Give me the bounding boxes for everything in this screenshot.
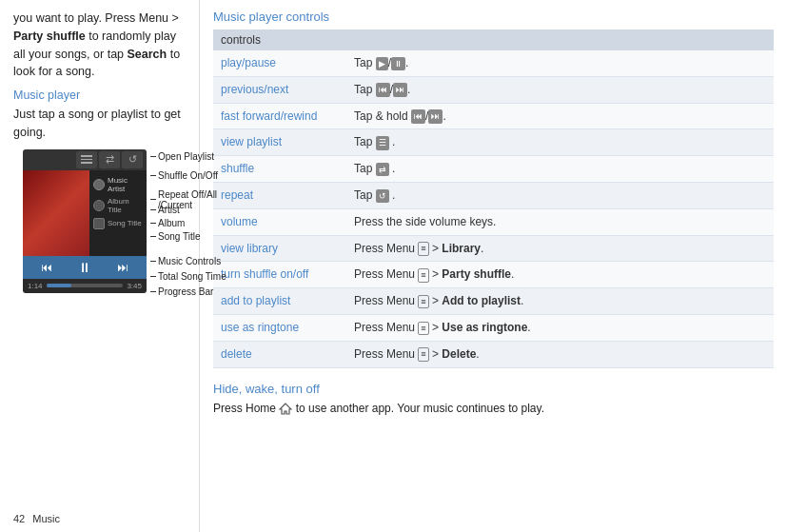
menu-icon-row12: ≡ bbox=[418, 347, 428, 362]
time-start: 1:14 bbox=[28, 282, 43, 290]
label-music-controls: Music Controls bbox=[150, 256, 221, 266]
table-row: view library Press Menu ≡ > Library. bbox=[213, 235, 774, 262]
action-label: previous/next bbox=[213, 76, 346, 103]
rewind-btn[interactable]: ⏮ bbox=[41, 261, 52, 274]
page-number: 42 bbox=[13, 513, 25, 524]
action-label: add to playlist bbox=[213, 288, 346, 315]
action-desc: Press the side volume keys. bbox=[346, 208, 774, 235]
action-label: view playlist bbox=[213, 129, 346, 156]
left-column: you want to play. Press Menu > Party shu… bbox=[0, 0, 200, 532]
progress-track bbox=[47, 284, 124, 287]
action-desc: Press Menu ≡ > Delete. bbox=[346, 341, 774, 367]
label-shuffle: Shuffle On/Off bbox=[150, 170, 218, 181]
label-artist: Artist bbox=[150, 205, 180, 215]
party-shuffle-bold: Party shuffle bbox=[13, 30, 86, 43]
intro-text: you want to play. Press Menu > Party shu… bbox=[13, 10, 186, 81]
action-desc: Press Menu ≡ > Party shuffle. bbox=[346, 262, 774, 288]
svg-marker-0 bbox=[280, 404, 291, 414]
label-open-playlist: Open Playlist bbox=[150, 151, 214, 162]
label-total-time: Total Song Time bbox=[150, 271, 226, 282]
table-row: play/pause Tap ▶/⏸. bbox=[213, 50, 774, 76]
action-desc: Tap & hold ⏮/⏭. bbox=[346, 103, 774, 129]
search-bold: Search bbox=[128, 48, 167, 61]
table-row: shuffle Tap ⇄ . bbox=[213, 156, 774, 183]
shuffle-table-icon: ⇄ bbox=[376, 163, 389, 177]
action-label: use as ringtone bbox=[213, 314, 346, 341]
repeat-icon[interactable]: ↺ bbox=[122, 151, 143, 168]
action-label: repeat bbox=[213, 182, 346, 208]
table-row: previous/next Tap ⏮/⏭. bbox=[213, 76, 774, 103]
prev-icon: ⏮ bbox=[376, 83, 390, 97]
controls-table: controls play/pause Tap ▶/⏸. previous/ne… bbox=[213, 30, 774, 368]
action-desc: Tap ☰ . bbox=[346, 129, 774, 156]
table-row: view playlist Tap ☰ . bbox=[213, 129, 774, 156]
artist-icon bbox=[93, 179, 105, 190]
table-row: use as ringtone Press Menu ≡ > Use as ri… bbox=[213, 314, 774, 341]
table-row: add to playlist Press Menu ≡ > Add to pl… bbox=[213, 288, 774, 315]
time-end: 3:45 bbox=[127, 282, 142, 290]
home-icon bbox=[279, 403, 292, 415]
pause-btn[interactable]: ⏸ bbox=[78, 260, 91, 275]
progress-area: 1:14 3:45 bbox=[23, 279, 147, 293]
action-label: view library bbox=[213, 235, 346, 262]
menu-icon-row9: ≡ bbox=[418, 268, 428, 283]
label-album: Album bbox=[150, 218, 185, 228]
action-desc: Tap ⏮/⏭. bbox=[346, 76, 774, 103]
table-row: turn shuffle on/off Press Menu ≡ > Party… bbox=[213, 262, 774, 288]
repeat-table-icon: ↺ bbox=[376, 189, 389, 204]
forward-btn[interactable]: ⏭ bbox=[117, 261, 128, 274]
artist-row: Music Artist bbox=[93, 176, 143, 193]
label-progress-bar: Progress Bar bbox=[150, 286, 213, 297]
hide-wake-text: Press Home to use another app. Your musi… bbox=[213, 400, 774, 417]
action-label: shuffle bbox=[213, 156, 346, 183]
action-label: fast forward/rewind bbox=[213, 103, 346, 129]
menu-icon-row10: ≡ bbox=[418, 295, 428, 309]
playlist-icon: ☰ bbox=[376, 136, 389, 150]
player-diagram: ⇄ ↺ Music Artist bbox=[23, 149, 204, 293]
album-row: Album Title bbox=[93, 197, 143, 214]
page-footer: 42 Music bbox=[13, 513, 60, 524]
music-controls-bar[interactable]: ⏮ ⏸ ⏭ bbox=[23, 256, 147, 279]
artist-label: Music Artist bbox=[108, 176, 143, 193]
music-player-heading: Music player bbox=[13, 89, 186, 102]
action-desc: Press Menu ≡ > Add to playlist. bbox=[346, 288, 774, 315]
play-icon: ▶ bbox=[376, 57, 388, 71]
progress-fill bbox=[47, 284, 72, 287]
pause-icon: ⏸ bbox=[391, 57, 405, 71]
action-label: play/pause bbox=[213, 50, 346, 76]
action-label: volume bbox=[213, 208, 346, 235]
action-desc: Press Menu ≡ > Use as ringtone. bbox=[346, 314, 774, 341]
table-row: volume Press the side volume keys. bbox=[213, 208, 774, 235]
open-playlist-icon[interactable] bbox=[76, 151, 97, 168]
album-art bbox=[23, 170, 89, 256]
next-icon: ⏭ bbox=[393, 83, 407, 97]
action-desc: Tap ↺ . bbox=[346, 182, 774, 208]
action-desc: Tap ⇄ . bbox=[346, 156, 774, 183]
right-column: Music player controls controls play/paus… bbox=[200, 0, 787, 532]
action-label: turn shuffle on/off bbox=[213, 262, 346, 288]
table-row: repeat Tap ↺ . bbox=[213, 182, 774, 208]
menu-icon-row11: ≡ bbox=[418, 322, 428, 336]
ff-next-icon: ⏭ bbox=[428, 109, 443, 124]
album-icon bbox=[93, 200, 105, 211]
action-label: delete bbox=[213, 341, 346, 367]
page-label: Music bbox=[32, 513, 60, 524]
table-row: fast forward/rewind Tap & hold ⏮/⏭. bbox=[213, 103, 774, 129]
shuffle-icon[interactable]: ⇄ bbox=[99, 151, 120, 168]
section-title: Music player controls bbox=[213, 10, 774, 24]
table-row: delete Press Menu ≡ > Delete. bbox=[213, 341, 774, 367]
music-player-desc: Just tap a song or playlist to get going… bbox=[13, 106, 186, 142]
song-label: Song Title bbox=[108, 219, 142, 227]
table-header: controls bbox=[213, 30, 774, 50]
action-desc: Press Menu ≡ > Library. bbox=[346, 235, 774, 262]
ff-prev-icon: ⏮ bbox=[411, 109, 425, 124]
song-icon bbox=[93, 218, 105, 229]
label-song-title: Song Title bbox=[150, 231, 200, 242]
song-row: Song Title bbox=[93, 218, 143, 229]
album-label: Album Title bbox=[108, 197, 143, 214]
menu-icon-row8: ≡ bbox=[418, 242, 428, 256]
action-desc: Tap ▶/⏸. bbox=[346, 50, 774, 76]
hide-wake-heading: Hide, wake, turn off bbox=[213, 382, 774, 396]
